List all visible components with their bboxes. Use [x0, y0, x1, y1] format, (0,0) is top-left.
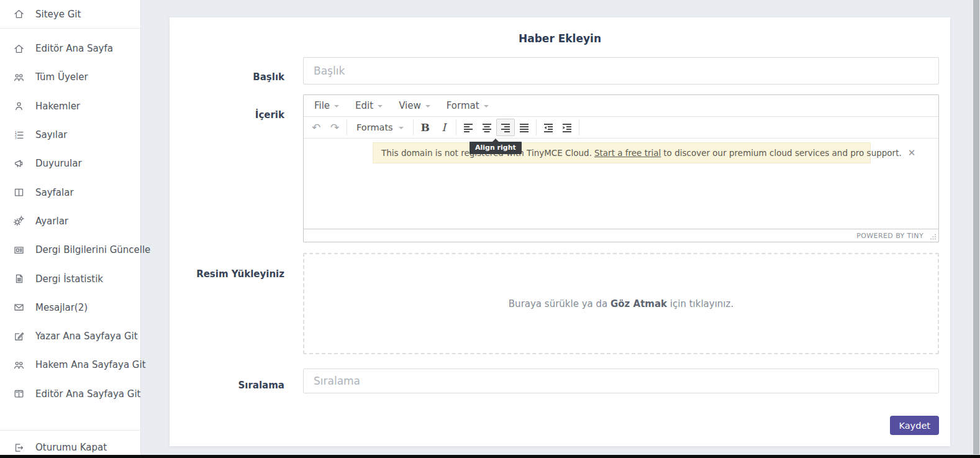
sidebar-item-label: Ayarlar: [35, 216, 68, 227]
sidebar-item-label: Siteye Git: [35, 9, 81, 20]
sidebar-item-ayarlar[interactable]: Ayarlar: [0, 207, 140, 236]
toolbar-separator: [579, 119, 579, 135]
menu-file-label: File: [314, 100, 330, 111]
align-justify-icon: [519, 122, 530, 133]
sidebar: Siteye Git Editör Ana Sayfa Tüm Üyeler H…: [0, 0, 141, 458]
save-button[interactable]: Kaydet: [890, 416, 939, 435]
align-justify-button[interactable]: [515, 119, 533, 136]
vertical-scrollbar[interactable]: [973, 0, 980, 458]
baslik-input[interactable]: [303, 57, 939, 85]
sidebar-item-label: Mesajlar(2): [35, 302, 88, 313]
dropzone-browse-label: Göz Atmak: [610, 298, 667, 309]
sidebar-item-editor-ana-sayfaya-git[interactable]: Editör Ana Sayfaya Git: [0, 380, 140, 408]
bold-icon: B: [420, 121, 429, 134]
sidebar-item-tum-uyeler[interactable]: Tüm Üyeler: [0, 63, 140, 91]
sidebar-item-dergi-istatistik[interactable]: Dergi İstatistik: [0, 264, 140, 293]
sidebar-item-label: Editör Ana Sayfa: [35, 43, 113, 54]
sidebar-divider: [0, 430, 140, 431]
indent-button[interactable]: [558, 119, 576, 136]
toolbar-separator: [347, 119, 347, 135]
sidebar-item-yazar-ana-sayfaya-git[interactable]: Yazar Ana Sayfaya Git: [0, 322, 140, 350]
sidebar-item-sayilar[interactable]: 123 Sayılar: [0, 121, 140, 149]
siralama-input[interactable]: [303, 369, 939, 393]
chevron-down-icon: [378, 105, 383, 108]
sidebar-item-oturumu-kapat[interactable]: Oturumu Kapat: [0, 433, 140, 458]
dropzone-text-prefix: Buraya sürükle ya da: [509, 298, 610, 309]
bold-button[interactable]: B: [416, 119, 435, 136]
italic-button[interactable]: I: [435, 119, 453, 136]
editor-menubar: File Edit View Format: [304, 95, 938, 117]
envelope-icon: [13, 301, 25, 313]
menu-edit-label: Edit: [355, 100, 373, 111]
sidebar-item-hakem-ana-sayfaya-git[interactable]: Hakem Ana Sayfaya Git: [0, 350, 140, 379]
sidebar-item-label: Duyurular: [35, 158, 82, 169]
resim-label: Resim Yükleyiniz: [170, 268, 284, 280]
align-center-icon: [481, 122, 492, 133]
menu-view[interactable]: View: [391, 97, 438, 114]
formats-label: Formats: [356, 122, 393, 132]
menu-view-label: View: [399, 100, 421, 111]
users-icon: [13, 359, 25, 371]
sidebar-item-dergi-bilgilerini-guncelle[interactable]: Dergi Bilgilerini Güncelle: [0, 236, 140, 264]
sidebar-item-duyurular[interactable]: Duyurular: [0, 149, 140, 178]
align-right-button[interactable]: [496, 119, 515, 136]
resize-handle-icon[interactable]: [929, 233, 937, 240]
chevron-down-icon: [334, 105, 339, 108]
megaphone-icon: [13, 158, 25, 170]
undo-icon: ↶: [312, 121, 320, 134]
toolbar-separator: [456, 119, 456, 135]
editor-statusbar: POWERED BY TINY: [304, 229, 938, 242]
sidebar-item-label: Yazar Ana Sayfaya Git: [35, 331, 138, 342]
baslik-label: Başlık: [170, 71, 284, 83]
sidebar-item-mesajlar[interactable]: Mesajlar(2): [0, 293, 140, 322]
richtext-editor: File Edit View Format ↶ ↷ Formats: [303, 94, 939, 242]
toolbar-separator: [413, 119, 414, 135]
chevron-down-icon: [484, 105, 489, 108]
ordered-list-icon: 123: [13, 129, 25, 141]
tinymce-cloud-notification: This domain is not registered with TinyM…: [373, 142, 871, 163]
italic-icon: I: [442, 121, 446, 134]
align-right-icon: [500, 122, 511, 133]
close-icon[interactable]: ✕: [908, 147, 916, 158]
start-free-trial-link[interactable]: Start a free trial: [594, 148, 661, 158]
chevron-down-icon: [425, 105, 430, 108]
editor-content-area[interactable]: This domain is not registered with TinyM…: [304, 139, 938, 229]
toolbar-separator: [536, 119, 537, 135]
image-dropzone[interactable]: Buraya sürükle ya da Göz Atmak için tıkl…: [303, 253, 939, 354]
scrollbar-thumb[interactable]: [973, 0, 979, 454]
redo-button[interactable]: ↷: [325, 119, 344, 136]
powered-by-tiny-label: POWERED BY TINY: [856, 232, 923, 240]
sidebar-item-siteye-git[interactable]: Siteye Git: [0, 0, 140, 28]
formats-dropdown[interactable]: Formats: [350, 119, 411, 136]
sidebar-item-label: Sayılar: [35, 129, 67, 140]
menu-file[interactable]: File: [306, 97, 347, 114]
menu-edit[interactable]: Edit: [347, 97, 391, 114]
dropzone-text-suffix: için tıklayınız.: [667, 298, 733, 309]
align-left-icon: [463, 122, 474, 133]
editor-toolbar: ↶ ↷ Formats B I: [304, 117, 938, 139]
sidebar-item-label: Sayfalar: [35, 187, 74, 198]
users-icon: [13, 71, 25, 83]
chevron-down-icon: [399, 127, 404, 129]
gears-icon: [13, 215, 25, 227]
logout-icon: [13, 442, 25, 454]
sidebar-item-editor-ana-sayfa[interactable]: Editör Ana Sayfa: [0, 34, 140, 63]
sidebar-item-hakemler[interactable]: Hakemler: [0, 92, 140, 121]
outdent-button[interactable]: [539, 119, 558, 136]
indent-icon: [561, 122, 573, 133]
document-icon: [13, 273, 25, 285]
sidebar-item-sayfalar[interactable]: Sayfalar: [0, 178, 140, 206]
home-icon: [13, 8, 25, 20]
newspaper-icon: [13, 244, 25, 256]
columns-icon: [13, 186, 25, 198]
menu-format[interactable]: Format: [438, 97, 497, 114]
book-icon: [13, 388, 25, 400]
align-center-button[interactable]: [478, 119, 496, 136]
align-left-button[interactable]: [459, 119, 478, 136]
outdent-icon: [543, 122, 554, 133]
undo-button[interactable]: ↶: [307, 119, 325, 136]
sidebar-item-label: Editör Ana Sayfaya Git: [35, 388, 140, 400]
sidebar-item-label: Hakem Ana Sayfaya Git: [35, 359, 146, 370]
page-title: Haber Ekleyin: [170, 32, 950, 45]
icerik-label: İçerik: [170, 109, 284, 121]
